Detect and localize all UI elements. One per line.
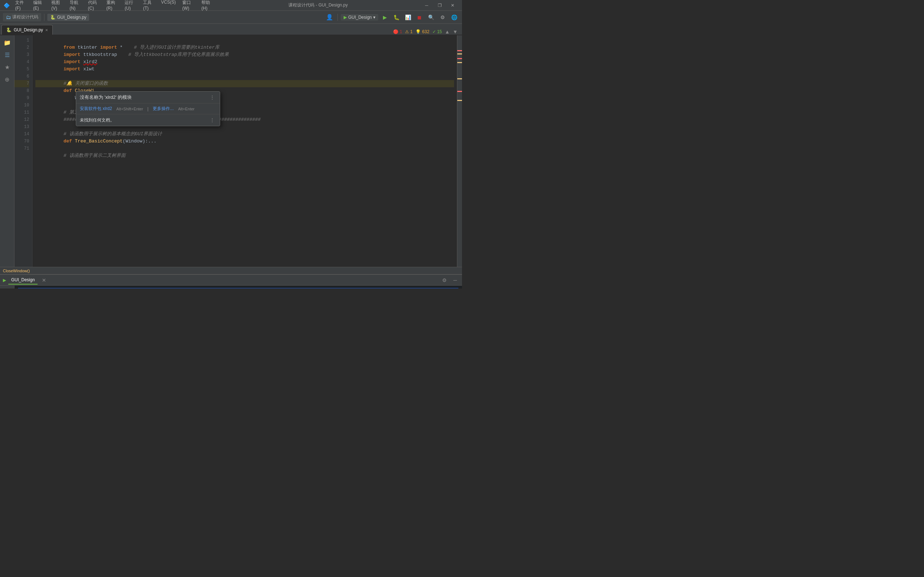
web-button[interactable]: 🌐	[449, 12, 459, 23]
maximize-button[interactable]: ❐	[433, 0, 446, 11]
menu-tools[interactable]: 工具(T)	[140, 0, 157, 11]
debug-button[interactable]: 🐛	[391, 12, 401, 23]
popup-actions-row: 安装软件包 xlrd2 Alt+Shift+Enter | 更多操作... Al…	[76, 103, 220, 114]
scroll-warning-marker2	[457, 62, 462, 63]
error-count: 🔴 1	[393, 29, 402, 34]
line-numbers: 1 2 3 4 5 6 7 8 9 10 11 12 13 14 70 71	[15, 35, 32, 267]
run-left-tools: ▶ ↑ ↓ ◼ ↺ ☰ ⊕ 🖨 📌 🗑	[0, 285, 15, 288]
code-line-5	[36, 66, 454, 73]
run-minimize-btn[interactable]: ─	[451, 277, 459, 284]
window-title: 课程设计代码 - GUI_Design.py	[216, 2, 420, 8]
bottom-hint-bar: CloseWindow()	[0, 267, 462, 274]
right-scrollbar[interactable]	[457, 35, 462, 267]
user-button[interactable]: 👤	[325, 12, 334, 23]
inspection-count: ✓ 15	[432, 29, 442, 34]
scroll-marker4	[457, 91, 462, 92]
sidebar-scopes-icon[interactable]: ⊕	[2, 74, 13, 85]
run-output-console: D:\课程\算法综合实训\课程设计代码\venv\Scripts\python.…	[15, 285, 462, 288]
run-button[interactable]: ▶	[380, 12, 390, 23]
run-play-btn[interactable]: ▶	[2, 287, 13, 288]
popup-more-options[interactable]: ⋮	[208, 94, 216, 101]
file-icon: 🐍	[50, 15, 56, 20]
popup-doc-row: 未找到任何文档。 ⋮	[76, 114, 220, 126]
scroll-marker5	[457, 100, 462, 101]
search-toolbar-button[interactable]: 🔍	[426, 12, 436, 23]
run-config-icon: ▶	[344, 15, 347, 20]
run-panel-body: ▶ ↑ ↓ ◼ ↺ ☰ ⊕ 🖨 📌 🗑 D:\课程\算法综合实训\课程设计代码\…	[0, 285, 462, 288]
editor-tab-bar: 🐍 GUI_Design.py ✕ 🔴 1 ⚠ 1 💡 632 ✓ 15 ▲ ▼	[0, 24, 462, 35]
popup-doc-more[interactable]: ⋮	[208, 116, 216, 124]
sidebar-structure-icon[interactable]: ☰	[2, 49, 13, 61]
menu-help[interactable]: 帮助(H)	[199, 0, 216, 11]
code-line-1: from tkinter import * # 导入进行GUI设计所需要的tki…	[36, 37, 454, 44]
scroll-error-marker	[457, 50, 462, 51]
title-bar: 🔷 文件(F) 编辑(E) 视图(V) 导航(N) 代码(C) 重构(R) 运行…	[0, 0, 462, 11]
project-icon: 🗂	[6, 15, 11, 20]
run-panel: ▶ GUI_Design ✕ ⚙ ─ ▶ ↑ ↓ ◼ ↺ ☰ ⊕ 🖨 📌 🗑 D…	[0, 274, 462, 288]
popup-doc-text: 未找到任何文档。	[80, 117, 115, 123]
menu-file[interactable]: 文件(F)	[12, 0, 30, 11]
code-content[interactable]: from tkinter import * # 导入进行GUI设计所需要的tki…	[32, 35, 457, 267]
autocomplete-popup: 没有名称为 'xlrd2' 的模块 ⋮ 安装软件包 xlrd2 Alt+Shif…	[76, 91, 220, 126]
sidebar-favorites-icon[interactable]: ★	[2, 61, 13, 73]
app-logo: 🔷	[3, 2, 10, 9]
nav-down-button[interactable]: ▼	[452, 29, 458, 35]
popup-title: 没有名称为 'xlrd2' 的模块	[80, 94, 132, 101]
menu-run[interactable]: 运行(U)	[122, 0, 139, 11]
minimize-button[interactable]: ─	[420, 0, 433, 11]
tab-filename: GUI_Design.py	[14, 27, 43, 32]
sidebar-project-icon[interactable]: 📁	[2, 37, 13, 48]
code-line-71: # 该函数用于展示二叉树界面	[36, 145, 454, 152]
toolbar-separator	[44, 14, 44, 21]
warning-count: ⚠ 1	[405, 29, 412, 34]
run-config-arrow: ▾	[373, 15, 375, 20]
run-tab-icon: ▶	[3, 278, 6, 283]
main-area: 📁 ☰ ★ ⊕ 1 2 3 4 5 6 7 8 9 10 11 12 13 14…	[0, 35, 462, 267]
run-settings-btn[interactable]: ⚙	[440, 277, 449, 284]
breadcrumb-label: 课程设计代码	[12, 14, 38, 20]
menu-edit[interactable]: 编辑(E)	[30, 0, 48, 11]
window-controls: ─ ❐ ✕	[420, 0, 459, 11]
install-package-link[interactable]: 安装软件包 xlrd2	[80, 106, 112, 112]
profile-button[interactable]: 📊	[403, 12, 413, 23]
left-sidebar: 📁 ☰ ★ ⊕	[0, 35, 15, 267]
popup-title-row: 没有名称为 'xlrd2' 的模块 ⋮	[76, 92, 220, 103]
menu-navigate[interactable]: 导航(N)	[67, 0, 84, 11]
menu-view[interactable]: 视图(V)	[48, 0, 66, 11]
close-button[interactable]: ✕	[446, 0, 459, 11]
scroll-warning-marker	[457, 53, 462, 55]
editor-tab-gui-design[interactable]: 🐍 GUI_Design.py ✕	[2, 25, 53, 35]
run-tab[interactable]: GUI_Design	[8, 276, 37, 285]
scroll-warning-marker3	[457, 78, 462, 79]
run-selected-output: D:\课程\算法综合实训\课程设计代码\venv\Scripts\python.…	[18, 288, 459, 288]
tab-close-button[interactable]: ✕	[45, 28, 48, 32]
install-shortcut: Alt+Shift+Enter	[116, 107, 143, 111]
code-line-4: import xlwt	[36, 58, 454, 66]
toolbar-sep2	[338, 14, 338, 21]
hint-count: 💡 632	[415, 29, 429, 34]
more-actions-shortcut: Alt+Enter	[178, 107, 195, 111]
toolbar-filename: GUI_Design.py	[57, 15, 86, 20]
run-config-label: GUI_Design	[348, 15, 372, 20]
run-close-tab[interactable]: ✕	[40, 277, 48, 284]
menu-bar: 文件(F) 编辑(E) 视图(V) 导航(N) 代码(C) 重构(R) 运行(U…	[12, 0, 216, 11]
menu-refactor[interactable]: 重构(R)	[103, 0, 121, 11]
menu-code[interactable]: 代码(C)	[85, 0, 103, 11]
nav-up-button[interactable]: ▲	[445, 29, 450, 35]
run-panel-header: ▶ GUI_Design ✕ ⚙ ─	[0, 275, 462, 285]
code-line-6: #🔔 关闭窗口的函数	[36, 73, 454, 80]
settings-button[interactable]: ⚙	[438, 12, 447, 23]
project-breadcrumb[interactable]: 🗂 课程设计代码	[3, 13, 41, 21]
toolbar-file-tab[interactable]: 🐍 GUI_Design.py	[47, 14, 89, 21]
toolbar: 🗂 课程设计代码 🐍 GUI_Design.py 👤 ▶ GUI_Design …	[0, 11, 462, 24]
run-tab-label: GUI_Design	[11, 277, 35, 282]
more-actions-link[interactable]: 更多操作...	[153, 106, 174, 112]
error-indicators: 🔴 1 ⚠ 1 💡 632 ✓ 15 ▲ ▼	[53, 29, 460, 35]
run-config-selector[interactable]: ▶ GUI_Design ▾	[341, 14, 378, 21]
menu-window[interactable]: 窗口(W)	[179, 0, 198, 11]
function-hint: CloseWindow()	[3, 269, 30, 273]
stop-button[interactable]: ◼	[414, 12, 425, 23]
scroll-error-marker2	[457, 58, 462, 59]
code-editor[interactable]: 1 2 3 4 5 6 7 8 9 10 11 12 13 14 70 71	[15, 35, 457, 267]
menu-vcs[interactable]: VCS(S)	[158, 0, 179, 11]
